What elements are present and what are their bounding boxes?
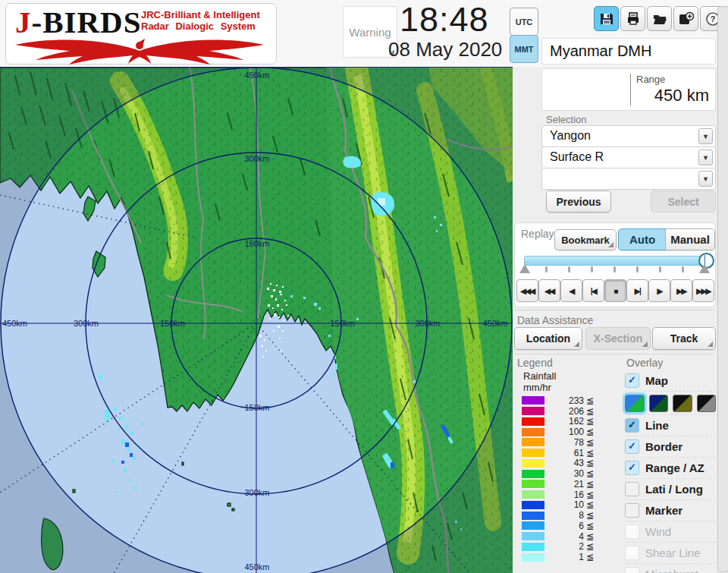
overlay-item-line[interactable]: ✓Line [625, 414, 716, 436]
range-divider [630, 74, 631, 105]
legend-row: 78≦ [522, 437, 594, 448]
auto-mode-button[interactable]: Auto [618, 228, 667, 250]
ring-label: 150km [160, 319, 185, 328]
control-panel: Myanmar DMH Range 450 km Selection Yango… [513, 67, 717, 573]
transport-jump-end-button[interactable]: ▶▶▶ [692, 279, 714, 302]
logo-title: J-BIRDS [15, 4, 141, 40]
checkbox[interactable]: ✓ [625, 373, 639, 388]
legend-row: 8≦ [522, 510, 594, 521]
legend-lte-symbol: ≦ [586, 395, 594, 406]
replay-slider-track[interactable] [524, 256, 708, 266]
checkbox[interactable]: ✓ [625, 418, 639, 433]
chevron-down-icon[interactable]: ▼ [698, 150, 713, 165]
legend-lte-symbol: ≦ [586, 531, 594, 542]
legend-row: 1≦ [522, 552, 594, 562]
open-folder-button[interactable] [647, 6, 672, 31]
previous-button[interactable]: Previous [546, 190, 611, 213]
overlay-item-map[interactable]: ✓Map [625, 370, 716, 391]
station-name-box: Myanmar DMH [541, 38, 716, 65]
checkbox [625, 524, 639, 539]
save-button[interactable] [594, 6, 619, 31]
selection-dropdown-product[interactable]: Surface R ▼ [541, 146, 716, 168]
ring-label: 450km [482, 319, 507, 328]
logo-j: J [15, 5, 32, 39]
transport-stop-button[interactable]: ■ [604, 279, 626, 302]
legend-swatch [522, 407, 544, 415]
selection-dropdown-extra[interactable]: ▼ [541, 168, 716, 190]
overlay-item-shear-line: Shear Line [625, 542, 716, 563]
legend-row: 10≦ [522, 500, 594, 511]
overlay-item-border[interactable]: ✓Border [625, 436, 716, 457]
radar-map[interactable]: 450km 300km 150km 150km 300km 450km 450k… [0, 67, 513, 573]
checkbox[interactable]: ✓ [625, 439, 639, 454]
legend-value: 2 [544, 541, 584, 552]
track-button[interactable]: Track [652, 327, 716, 350]
legend-row: 30≦ [522, 468, 594, 479]
chevron-down-icon[interactable]: ▼ [698, 128, 713, 144]
clock-date: 08 May 2020 [388, 38, 502, 61]
overlay-item-range-az[interactable]: ✓Range / AZ [625, 457, 716, 478]
checkbox [625, 567, 639, 573]
legend-swatch [522, 512, 544, 520]
transport-step-back-button[interactable]: |◀ [582, 279, 604, 302]
slider-start-marker[interactable] [519, 264, 530, 273]
select-button: Select [651, 190, 716, 213]
legend-swatch [522, 428, 544, 436]
legend-swatch [522, 532, 544, 540]
chevron-down-icon[interactable]: ▼ [698, 171, 713, 187]
overlay-item-label: Microburst [645, 568, 698, 573]
legend-value: 206 [544, 406, 584, 417]
svg-text:?: ? [710, 14, 715, 24]
print-button[interactable] [620, 6, 645, 31]
logo-rest: -BIRDS [32, 5, 142, 39]
eagle-icon [12, 36, 270, 65]
checkbox[interactable] [625, 503, 639, 518]
slider-end-marker[interactable] [699, 264, 710, 273]
legend-lte-symbol: ≦ [586, 448, 594, 458]
transport-fast-rewind-button[interactable]: ◀◀ [538, 279, 560, 302]
legend-row: 2≦ [522, 542, 594, 553]
transport-play-reverse-button[interactable]: ◀ [560, 279, 582, 302]
overlay-item-label: Border [645, 440, 682, 453]
overlay-label: Overlay [626, 357, 663, 369]
manual-mode-button[interactable]: Manual [665, 228, 715, 250]
overlay-item-label: Map [645, 374, 668, 387]
checkbox[interactable] [625, 482, 639, 496]
mmt-button[interactable]: MMT [510, 35, 538, 63]
legend-swatch [522, 480, 544, 488]
map-palette-swatch-1[interactable] [625, 395, 645, 412]
map-palette-row [625, 391, 716, 414]
print-icon [626, 11, 641, 27]
radar-map-svg[interactable]: 450km 300km 150km 150km 300km 450km 450k… [0, 68, 513, 573]
map-palette-swatch-2[interactable] [649, 395, 669, 412]
legend-lte-symbol: ≦ [586, 416, 594, 427]
legend-lte-symbol: ≦ [586, 510, 594, 521]
map-palette-swatch-4[interactable] [697, 395, 717, 412]
transport-play-button[interactable]: ▶ [648, 279, 670, 302]
location-button[interactable]: Location [514, 327, 582, 350]
utc-button[interactable]: UTC [510, 8, 538, 36]
transport-fast-forward-button[interactable]: ▶▶ [670, 279, 692, 302]
selection-dropdown-site[interactable]: Yangon ▼ [541, 125, 716, 147]
legend-lte-symbol: ≦ [586, 437, 594, 448]
bookmark-button[interactable]: Bookmark [554, 229, 617, 250]
x-section-button: X-Section [585, 327, 651, 350]
legend-unit: Rainfall mm/hr [523, 370, 556, 393]
overlay-item-lati-long[interactable]: Lati / Long [625, 478, 716, 499]
slider-tick [568, 266, 570, 272]
overlay-item-label: Range / AZ [645, 461, 704, 474]
add-image-button[interactable] [673, 6, 698, 31]
overlay-item-marker[interactable]: Marker [625, 499, 716, 521]
transport-step-forward-button[interactable]: ▶| [626, 279, 648, 302]
range-value: 450 km [654, 86, 709, 105]
jbirds-window: J-BIRDS JRC-Brilliant & Intelligent Rada… [0, 0, 728, 573]
transport-jump-start-button[interactable]: ◀◀◀ [516, 279, 538, 302]
legend-lte-symbol: ≦ [586, 427, 594, 437]
replay-panel: Replay Bookmark Auto Manual ◀◀◀◀◀◀|◀■▶|▶… [514, 222, 716, 307]
map-palette-swatch-3[interactable] [673, 395, 692, 412]
legend-swatch [522, 417, 544, 426]
checkbox[interactable]: ✓ [625, 461, 639, 475]
legend-lte-symbol: ≦ [586, 468, 594, 479]
slider-tick [682, 266, 684, 272]
divider [515, 354, 714, 354]
